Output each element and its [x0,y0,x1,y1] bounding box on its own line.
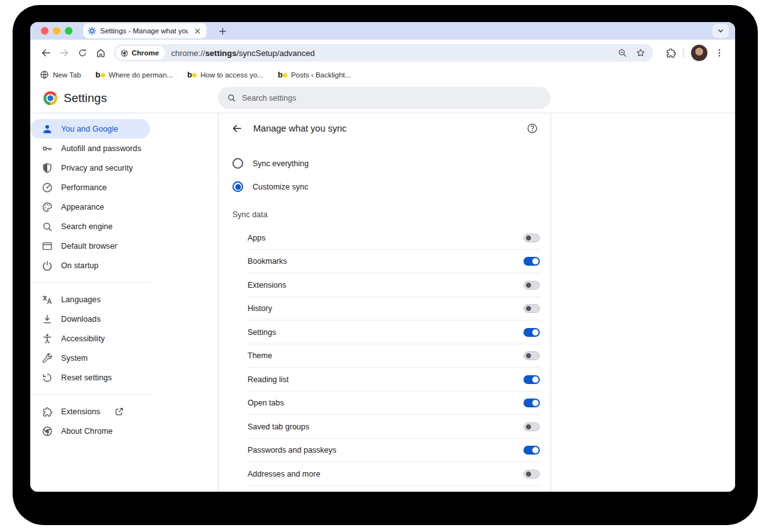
tab-search-chevron-button[interactable] [712,24,729,38]
bookmark-star-icon[interactable] [636,48,646,58]
sidebar-item-label: About Chrome [61,427,113,436]
toggle-knob [532,400,539,406]
radio-button[interactable] [232,158,243,169]
close-window-button[interactable] [41,27,49,35]
chip-label: Chrome [132,49,159,57]
url-scheme: chrome:// [171,48,205,58]
palette-icon [42,201,53,213]
sidebar-item-languages[interactable]: Languages [30,290,150,309]
sidebar-item-extensions[interactable]: Extensions [30,402,150,421]
sync-data-list: Apps Bookmarks Extensions History [219,226,551,486]
sidebar-divider [30,394,151,395]
help-icon[interactable] [527,123,539,135]
sidebar-item-accessibility[interactable]: Accessibility [30,329,150,348]
radio-sync-everything[interactable]: Sync everything [219,152,551,175]
sidebar-item-about-chrome[interactable]: About Chrome [30,421,150,441]
sidebar-item-reset-settings[interactable]: Reset settings [30,368,150,387]
sync-row-passwords: Passwords and passkeys [219,439,551,463]
toggle-extensions[interactable] [523,281,540,290]
search-input[interactable] [242,94,542,103]
search-icon [42,221,53,232]
sidebar-item-label: Extensions [61,407,100,416]
new-tab-button[interactable] [215,23,230,38]
toolbar-separator [683,48,684,58]
chrome-url-chip[interactable]: Chrome [116,46,165,60]
sidebar-item-label: Search engine [61,222,113,231]
home-button[interactable] [91,44,110,62]
settings-gear-favicon [88,26,96,35]
sidebar-item-on-startup[interactable]: On startup [30,256,150,275]
settings-main: Manage what you sync Sync everything Cus… [218,113,735,492]
power-icon [42,260,53,271]
row-label: Extensions [248,281,286,290]
tab-close-icon[interactable] [192,26,202,36]
bookmark-label: Where do perman... [109,71,173,79]
search-icon [227,93,236,103]
settings-search[interactable] [218,87,551,109]
sidebar-item-performance[interactable]: Performance [30,178,150,197]
key-icon [42,143,53,154]
toggle-settings[interactable] [523,328,540,337]
toggle-open-tabs[interactable] [523,399,540,407]
sidebar-item-default-browser[interactable]: Default browser [30,236,150,256]
url-text: chrome://settings/syncSetup/advanced [171,48,314,58]
toggle-theme[interactable] [523,351,540,360]
toggle-saved-tab-groups[interactable] [523,422,540,431]
sidebar-item-label: Reset settings [61,373,112,382]
sync-settings-card: Manage what you sync Sync everything Cus… [218,113,551,492]
tab-settings[interactable]: Settings - Manage what you s [83,23,207,38]
row-label: Passwords and passkeys [248,446,336,455]
sync-row-saved-tab-groups: Saved tab groups [219,415,551,439]
bookmark-label: How to access yo... [200,71,263,79]
bookmark-item[interactable]: Where do perman... [96,71,173,79]
chrome-logo-icon [120,49,129,57]
toggle-passwords[interactable] [523,446,540,455]
browser-window-icon [42,241,53,252]
sidebar-item-autofill[interactable]: Autofill and passwords [30,139,150,158]
toggle-apps[interactable] [523,234,540,242]
toggle-reading-list[interactable] [523,375,540,384]
sidebar-item-label: Default browser [61,242,117,251]
toggle-bookmarks[interactable] [523,257,540,266]
row-label: Settings [248,328,276,337]
sidebar-item-you-and-google[interactable]: You and Google [30,119,150,139]
sidebar-item-downloads[interactable]: Downloads [30,309,150,329]
toolbar-right [665,45,729,61]
sidebar-item-search-engine[interactable]: Search engine [30,217,150,236]
radio-customize-sync[interactable]: Customize sync [219,175,551,198]
bookmark-new-tab[interactable]: New Tab [40,70,81,79]
sidebar-item-label: Downloads [61,315,101,324]
tab-title: Settings - Manage what you s [100,27,188,35]
address-bar[interactable]: Chrome chrome://settings/syncSetup/advan… [114,44,653,62]
chrome-logo-icon [42,426,53,437]
minimize-window-button[interactable] [53,27,60,35]
row-label: Theme [248,351,272,360]
toggle-addresses[interactable] [523,470,540,478]
reload-button[interactable] [73,44,91,62]
row-label: Apps [248,234,266,242]
maximize-window-button[interactable] [65,27,72,35]
row-label: Addresses and more [248,470,320,478]
zoom-out-icon[interactable] [617,48,627,58]
toggle-history[interactable] [523,304,540,313]
back-button[interactable] [37,44,55,62]
kebab-menu-icon[interactable] [714,48,724,58]
sidebar-item-privacy[interactable]: Privacy and security [30,158,150,178]
sidebar-item-appearance[interactable]: Appearance [30,197,150,217]
bookmark-item[interactable]: Posts ‹ Backlight... [278,71,351,79]
radio-button[interactable] [232,181,243,192]
sidebar-item-system[interactable]: System [30,348,150,368]
download-icon [42,314,53,325]
bookmark-item[interactable]: How to access yo... [187,71,263,79]
sync-mode-radios: Sync everything Customize sync [219,152,551,198]
radio-label: Sync everything [253,159,309,168]
shield-icon [42,162,53,174]
url-host: settings [205,48,237,58]
sidebar-divider [30,282,151,283]
external-link-icon [114,407,124,417]
back-arrow-button[interactable] [231,122,243,135]
forward-button[interactable] [55,44,73,62]
extensions-puzzle-icon[interactable] [665,47,677,59]
row-label: Saved tab groups [248,422,309,431]
profile-avatar[interactable] [691,45,707,61]
